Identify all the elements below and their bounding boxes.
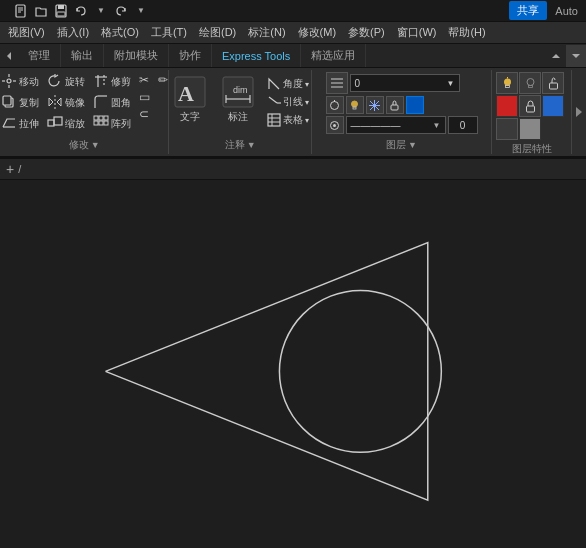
svg-rect-6 [57, 12, 65, 16]
layers-dropdown-icon[interactable]: ▼ [408, 140, 417, 150]
ribbon-scroll-right[interactable] [572, 70, 586, 154]
layer-state-button[interactable] [326, 96, 344, 114]
share-button[interactable]: 共享 [509, 1, 547, 20]
tab-options-icon[interactable] [566, 45, 586, 67]
layer-color-button[interactable] [406, 96, 424, 114]
fillet-button[interactable]: 圆角 [90, 93, 134, 113]
ribbon-group-modify: 移动 复制 [0, 70, 169, 154]
menu-item-view[interactable]: 视图(V) [2, 23, 51, 42]
angle-label: 角度 [283, 77, 303, 91]
array-button[interactable]: 阵列 [90, 114, 134, 134]
svg-marker-9 [572, 54, 580, 58]
drawing-area[interactable] [0, 180, 586, 548]
move-label: 移动 [19, 75, 39, 89]
modify-col3: 修剪 圆角 [90, 72, 134, 136]
redo-dropdown-icon[interactable]: ▼ [132, 2, 150, 20]
tab-selected-apply[interactable]: 精选应用 [301, 44, 366, 67]
menu-item-params[interactable]: 参数(P) [342, 23, 391, 42]
prop-color-red-button[interactable] [496, 95, 518, 117]
ribbon-group-layers: 0 ▼ [312, 70, 492, 154]
save-file-icon[interactable] [52, 2, 70, 20]
svg-rect-21 [48, 120, 54, 126]
prop-bulb-on-button[interactable] [496, 72, 518, 94]
menu-item-tools[interactable]: 工具(T) [145, 23, 193, 42]
svg-line-41 [269, 97, 277, 103]
layer-name-dropdown[interactable]: 0 ▼ [350, 74, 460, 92]
prop-color-blue-button[interactable] [542, 95, 564, 117]
menu-item-window[interactable]: 窗口(W) [391, 23, 443, 42]
add-tab-button[interactable]: + [6, 161, 14, 177]
copy-icon [1, 94, 17, 112]
scale-button[interactable]: 缩放 [44, 114, 88, 134]
svg-rect-32 [99, 121, 103, 125]
leader-dropdown-icon: ▾ [305, 98, 309, 107]
angle-button[interactable]: 角度 ▾ [264, 76, 312, 92]
svg-rect-43 [268, 114, 280, 126]
array-icon [93, 115, 109, 133]
svg-rect-33 [104, 121, 108, 125]
move-icon [1, 73, 17, 91]
layer-isolate-button[interactable] [326, 116, 344, 134]
quick-access-toolbar: ▼ ▼ [8, 2, 154, 20]
scale-icon [47, 115, 63, 133]
undo-icon[interactable] [72, 2, 90, 20]
layer-linetype-dropdown[interactable]: ————— ▼ [346, 116, 446, 134]
undo-dropdown-icon[interactable]: ▼ [92, 2, 110, 20]
layer-panel-button[interactable] [326, 72, 348, 94]
table-button[interactable]: 表格 ▾ [264, 112, 312, 128]
tab-addins[interactable]: 附加模块 [104, 44, 169, 67]
stretch-button[interactable]: 拉伸 [0, 114, 42, 134]
rotate-button[interactable]: 旋转 [44, 72, 88, 92]
leader-button[interactable]: 引线 ▾ [264, 94, 312, 110]
dimension-button[interactable]: dim 标注 [216, 72, 260, 126]
fillet-icon [93, 94, 109, 112]
menu-item-draw[interactable]: 绘图(D) [193, 23, 242, 42]
modify-dropdown-icon[interactable]: ▼ [91, 140, 100, 150]
new-file-icon[interactable] [12, 2, 30, 20]
tab-express-tools[interactable]: Express Tools [212, 44, 301, 67]
tabs-bar: 管理 输出 附加模块 协作 Express Tools 精选应用 [0, 44, 586, 68]
svg-rect-5 [58, 5, 64, 9]
mirror-button[interactable]: 镜像 [44, 93, 88, 113]
trim-label: 修剪 [111, 75, 131, 89]
extend-button[interactable]: ✂ [136, 72, 153, 88]
tab-output[interactable]: 输出 [61, 44, 104, 67]
chamfer-button[interactable]: ▭ [136, 89, 153, 105]
prop-lock-open-button[interactable] [542, 72, 564, 94]
copy-button[interactable]: 复制 [0, 93, 42, 113]
menu-item-dimension[interactable]: 标注(N) [242, 23, 291, 42]
mirror-icon [47, 94, 63, 112]
text-icon: A [172, 74, 208, 110]
tab-manage[interactable]: 管理 [18, 44, 61, 67]
menu-item-format[interactable]: 格式(O) [95, 23, 145, 42]
open-file-icon[interactable] [32, 2, 50, 20]
tab-scroll-left-icon[interactable] [0, 45, 18, 67]
menu-item-modify[interactable]: 修改(M) [292, 23, 343, 42]
prop-extra1-button[interactable] [496, 118, 518, 140]
layer-lineweight-field[interactable]: 0 [448, 116, 478, 134]
subset-button[interactable]: ⊂ [136, 106, 153, 122]
menu-item-insert[interactable]: 插入(I) [51, 23, 95, 42]
text-button[interactable]: A 文字 [168, 72, 212, 126]
move-button[interactable]: 移动 [0, 72, 42, 92]
layer-freeze-button[interactable] [366, 96, 384, 114]
modify-group-label: 修改 ▼ [69, 136, 100, 152]
trim-button[interactable]: 修剪 [90, 72, 134, 92]
menu-item-help[interactable]: 帮助(H) [442, 23, 491, 42]
stretch-icon [1, 115, 17, 133]
tab-collab[interactable]: 协作 [169, 44, 212, 67]
layer-bulb-on-button[interactable] [346, 96, 364, 114]
layer-lock-button[interactable] [386, 96, 404, 114]
redo-icon[interactable] [112, 2, 130, 20]
svg-text:A: A [178, 81, 194, 106]
prop-lock-closed-button[interactable] [519, 95, 541, 117]
prop-bulb-off-button[interactable] [519, 72, 541, 94]
angle-icon [267, 77, 281, 91]
svg-point-50 [331, 101, 339, 109]
prop-color-gray-button[interactable] [519, 118, 541, 140]
ribbon-group-annotation: A 文字 dim [169, 70, 312, 154]
explode-icon: ✏ [158, 73, 168, 87]
tab-arrow-up-icon[interactable] [546, 45, 566, 67]
chamfer-icon: ▭ [139, 90, 150, 104]
annotation-dropdown-icon[interactable]: ▼ [247, 140, 256, 150]
